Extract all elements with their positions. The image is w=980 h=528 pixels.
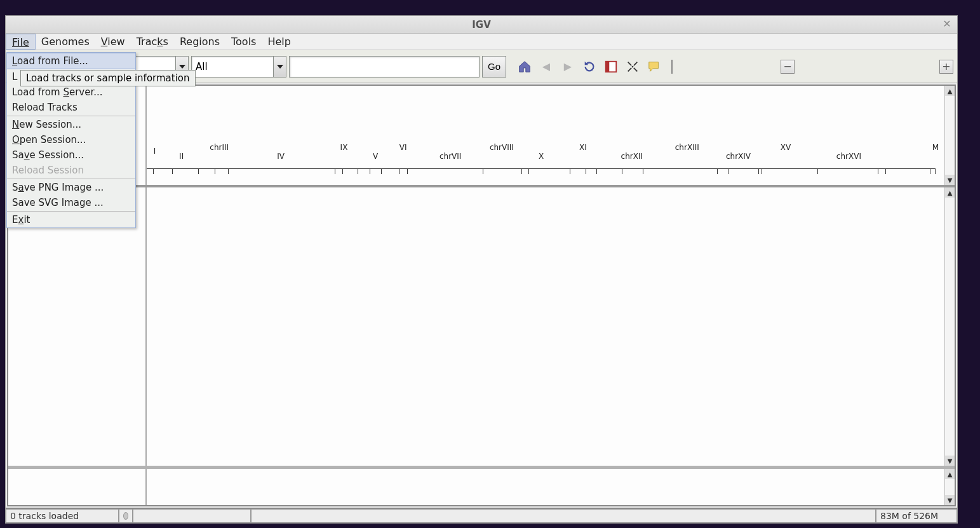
status-progress-1 [133, 509, 251, 523]
chromosome-labels: IIIchrIIIIVIXVVIchrVIIchrVIIIXXIchrXIIch… [147, 143, 936, 162]
zoom-out-button[interactable]: − [781, 60, 795, 74]
chromosome-label: chrXVI [836, 152, 861, 161]
scroll-down-icon[interactable]: ▼ [945, 456, 955, 466]
chromosome-label: XI [579, 143, 587, 152]
menu-item-load-from-file[interactable]: Load from File... [7, 53, 135, 69]
menu-tracks[interactable]: Tracks [131, 34, 174, 50]
window-title: IGV [472, 19, 491, 30]
chromosome-label: chrXIII [675, 143, 699, 152]
menu-item-save-session[interactable]: Save Session... [7, 147, 135, 163]
menu-separator [7, 116, 135, 116]
menu-genomes[interactable]: Genomes [36, 34, 95, 50]
ideogram-panel: IIIchrIIIIVIXVVIchrVIIchrVIIIXXIchrXIIch… [8, 86, 955, 187]
chromosome-label: chrIII [210, 143, 229, 152]
app-window: IGV ✕ File Genomes View Tracks Regions T… [5, 15, 958, 524]
chromosome-label: chrVII [440, 152, 461, 161]
menu-separator [7, 179, 135, 179]
svg-rect-1 [606, 61, 610, 72]
menu-item-save-png[interactable]: Save PNG Image ... [7, 180, 135, 195]
menu-file[interactable]: File [6, 34, 36, 50]
content-area: IIIchrIIIIVIXVVIchrVIIchrVIIIXXIchrXIIch… [7, 85, 956, 506]
resize-icon[interactable] [626, 60, 640, 74]
chromosome-label: X [539, 152, 544, 161]
chromosome-label: IX [340, 143, 348, 152]
chromosome-label: VI [399, 143, 407, 152]
status-tracks: 0 tracks loaded [6, 509, 119, 523]
menu-separator [7, 211, 135, 212]
chromosome-label: chrXIV [726, 152, 751, 161]
refresh-icon[interactable] [582, 60, 596, 74]
chromosome-label: chrVIII [490, 143, 514, 152]
menu-item-reload-session: Reload Session [7, 163, 135, 178]
chevron-down-icon[interactable] [273, 57, 286, 77]
status-memory: 83M of 526M [876, 509, 957, 523]
status-progress-2 [251, 509, 876, 523]
menu-item-reload-tracks[interactable]: Reload Tracks [7, 100, 135, 115]
scroll-down-icon[interactable]: ▼ [945, 175, 955, 185]
titlebar: IGV ✕ [6, 16, 957, 34]
menu-help[interactable]: Help [262, 34, 296, 50]
scrollbar-vertical[interactable]: ▲ ▼ [944, 469, 955, 505]
menubar: File Genomes View Tracks Regions Tools H… [6, 34, 957, 50]
chromosome-label: IV [277, 152, 285, 161]
menu-regions[interactable]: Regions [174, 34, 225, 50]
zoom-in-button[interactable]: + [939, 60, 953, 74]
scroll-up-icon[interactable]: ▲ [945, 469, 955, 479]
divider [671, 60, 673, 74]
chromosome-select-value: All [192, 61, 273, 72]
attribute-panel: ▲ ▼ [8, 466, 955, 505]
menu-item-load-from-server[interactable]: Load from Server... [7, 85, 135, 100]
menu-tools[interactable]: Tools [225, 34, 262, 50]
chromosome-label: chrXII [621, 152, 643, 161]
tooltip-toggle-icon[interactable] [647, 60, 661, 74]
chromosome-overview[interactable]: IIIchrIIIIVIXVVIchrVIIchrVIIIXXIchrXIIch… [147, 86, 944, 185]
scroll-down-icon[interactable]: ▼ [945, 495, 955, 505]
chromosome-label: I [154, 147, 156, 156]
svg-point-2 [632, 65, 634, 67]
status-indicator [119, 509, 133, 523]
go-button[interactable]: Go [482, 56, 506, 78]
data-panel: ▲ ▼ [8, 187, 955, 466]
menu-view[interactable]: View [95, 34, 131, 50]
back-icon[interactable]: ◀ [539, 60, 553, 74]
chromosome-label: II [179, 152, 184, 161]
statusbar: 0 tracks loaded 83M of 526M [6, 508, 957, 523]
forward-icon[interactable]: ▶ [561, 60, 575, 74]
region-icon[interactable] [604, 60, 618, 74]
menu-item-new-session[interactable]: New Session... [7, 117, 135, 132]
close-icon[interactable]: ✕ [941, 18, 953, 30]
chromosome-select[interactable]: All [191, 56, 286, 78]
menu-item-open-session[interactable]: Open Session... [7, 132, 135, 147]
locus-input[interactable] [289, 56, 480, 78]
chromosome-label: M [932, 143, 939, 152]
menu-item-save-svg[interactable]: Save SVG Image ... [7, 195, 135, 210]
chromosome-ruler [147, 168, 936, 177]
scrollbar-vertical[interactable]: ▲ ▼ [944, 86, 955, 185]
scrollbar-vertical[interactable]: ▲ ▼ [944, 187, 955, 466]
scroll-up-icon[interactable]: ▲ [945, 187, 955, 198]
toolbar-icons: ◀ ▶ [518, 60, 673, 74]
chromosome-label: XV [781, 143, 791, 152]
menu-tooltip: Load tracks or sample information [20, 70, 196, 86]
home-icon[interactable] [518, 60, 532, 74]
menu-item-exit[interactable]: Exit [7, 212, 135, 227]
chromosome-label: V [373, 152, 378, 161]
scroll-up-icon[interactable]: ▲ [945, 86, 955, 96]
